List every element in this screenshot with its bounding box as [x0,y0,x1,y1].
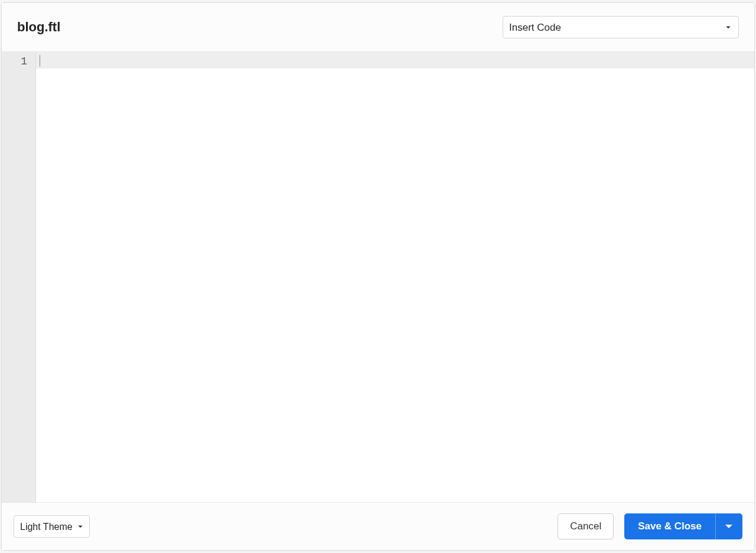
cancel-button[interactable]: Cancel [558,513,614,539]
line-number: 1 [2,54,35,69]
save-and-close-button[interactable]: Save & Close [624,513,715,539]
save-dropdown-toggle[interactable] [715,513,742,539]
editor-header: blog.ftl Insert Code [2,3,754,52]
footer-actions: Cancel Save & Close [558,513,742,539]
line-gutter: 1 [2,52,36,502]
theme-select[interactable]: Light Theme [14,515,90,538]
code-editor-modal: blog.ftl Insert Code 1 Light Theme Cance… [1,2,755,551]
file-title: blog.ftl [17,19,60,35]
active-line-highlight [36,52,754,69]
code-textarea[interactable] [36,52,754,502]
save-button-group: Save & Close [624,513,742,539]
insert-code-select[interactable]: Insert Code [503,16,739,38]
editor-footer: Light Theme Cancel Save & Close [2,502,754,550]
code-editor: 1 [2,52,754,502]
chevron-down-icon [725,525,732,528]
text-cursor [40,55,40,67]
